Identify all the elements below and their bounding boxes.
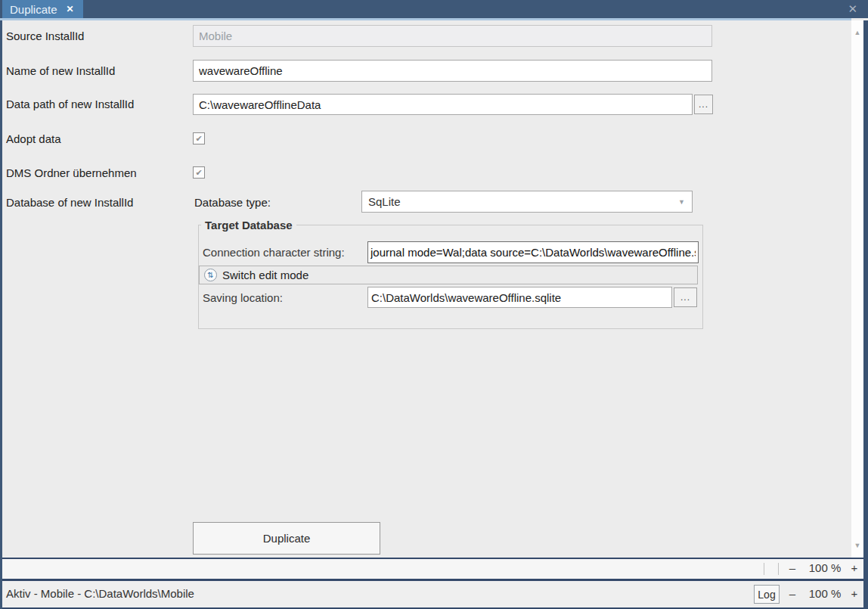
window-border-left xyxy=(0,20,2,609)
zoom-level-value: 100 % xyxy=(804,587,845,600)
tab-bar: Duplicate ✕ ✕ xyxy=(0,0,868,18)
tab-label: Duplicate xyxy=(10,3,57,16)
separator xyxy=(778,563,779,575)
window-close-icon[interactable]: ✕ xyxy=(848,2,857,16)
tab-close-icon[interactable]: ✕ xyxy=(67,4,74,14)
scroll-up-icon[interactable]: ▲ xyxy=(851,26,863,39)
dms-checkbox[interactable]: ✔ xyxy=(193,166,205,179)
database-type-value: SqLite xyxy=(368,195,401,208)
tab-accent-line xyxy=(0,18,851,20)
saving-location-input[interactable] xyxy=(367,287,672,308)
connection-string-input[interactable] xyxy=(367,241,699,263)
source-installid-label: Source InstallId xyxy=(6,30,84,42)
zoom-out-button[interactable]: – xyxy=(786,587,798,600)
scroll-down-icon[interactable]: ▼ xyxy=(851,539,863,552)
source-installid-input[interactable] xyxy=(193,25,712,47)
check-icon: ✔ xyxy=(195,168,202,178)
dms-label: DMS Ordner übernehmen xyxy=(6,166,137,179)
document-status-bar: – 100 % + xyxy=(0,558,868,581)
database-type-label: Database type: xyxy=(194,196,271,209)
separator xyxy=(764,563,764,575)
saving-location-browse-button[interactable]: ... xyxy=(674,287,697,307)
log-button[interactable]: Log xyxy=(754,585,780,604)
switch-edit-mode-button[interactable]: ⇅ Switch edit mode xyxy=(199,266,698,284)
swap-arrows-icon: ⇅ xyxy=(204,269,217,281)
duplicate-button[interactable]: Duplicate xyxy=(193,522,380,555)
adopt-data-label: Adopt data xyxy=(6,132,61,145)
datapath-input[interactable] xyxy=(193,94,693,115)
name-new-installid-label: Name of new InstallId xyxy=(6,64,115,77)
datapath-label: Data path of new InstallId xyxy=(6,98,134,110)
saving-location-label: Saving location: xyxy=(203,291,283,304)
active-installid-status: Aktiv - Mobile - C:\DataWorlds\Mobile xyxy=(6,587,194,600)
tab-duplicate[interactable]: Duplicate ✕ xyxy=(2,0,83,18)
database-section-label: Database of new InstallId xyxy=(6,196,133,209)
zoom-in-button[interactable]: + xyxy=(848,587,860,600)
zoom-level-value: 100 % xyxy=(804,561,845,574)
datapath-browse-button[interactable]: ... xyxy=(694,95,713,114)
database-type-dropdown[interactable]: SqLite ▼ xyxy=(361,191,693,213)
application-status-bar: Aktiv - Mobile - C:\DataWorlds\Mobile Lo… xyxy=(0,581,868,609)
window-border-right xyxy=(863,20,868,609)
name-new-installid-input[interactable] xyxy=(193,60,712,82)
target-database-group-title: Target Database xyxy=(201,219,296,231)
chevron-down-icon: ▼ xyxy=(678,198,685,206)
connection-string-label: Connection character string: xyxy=(203,246,345,259)
zoom-in-button[interactable]: + xyxy=(848,561,860,574)
switch-edit-mode-label: Switch edit mode xyxy=(222,269,308,281)
adopt-data-checkbox[interactable]: ✔ xyxy=(193,132,205,144)
check-icon: ✔ xyxy=(195,134,202,144)
zoom-out-button[interactable]: – xyxy=(786,561,798,574)
vertical-scrollbar[interactable]: ▲ ▼ xyxy=(851,20,863,558)
application-window: Duplicate ✕ ✕ Source InstallId Name of n… xyxy=(0,0,868,609)
